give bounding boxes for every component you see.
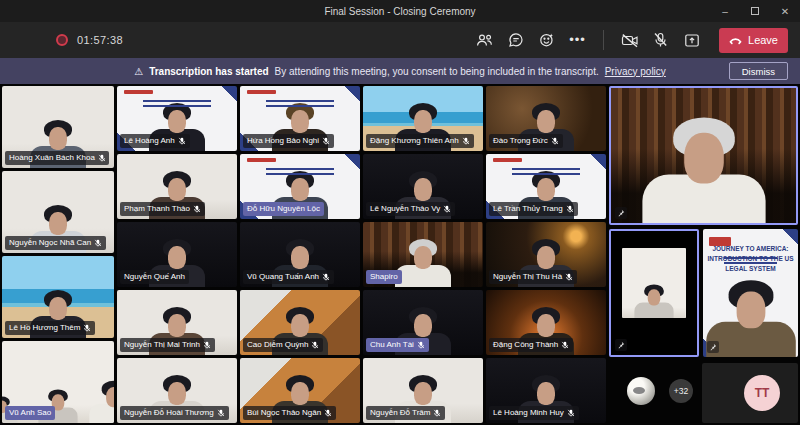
hang-up-icon (729, 36, 742, 45)
mic-muted-icon (322, 273, 330, 281)
participant-tile[interactable]: Lê Hồ Hương Thêm (2, 256, 114, 338)
more-participants-badge[interactable]: +32 (669, 379, 693, 403)
participant-name: Nguyễn Quế Anh (124, 273, 185, 281)
mic-off-icon (653, 32, 668, 48)
participant-name: Phạm Thanh Thảo (124, 205, 190, 213)
camera-off-icon (621, 33, 639, 48)
participant-name: Đỗ Hữu Nguyên Lộc (247, 205, 320, 213)
participant-tile[interactable]: JOURNEY TO AMERICA: INTRODUCTION TO THE … (703, 229, 798, 357)
participant-grid-main: Lê Hoàng Anh Hứa Hồng Bảo Nghi Đặng Khươ… (117, 86, 606, 423)
participant-tile[interactable]: Lê Hoàng Anh (117, 86, 237, 151)
mic-muted-icon (462, 137, 470, 145)
mic-muted-icon (322, 137, 330, 145)
maximize-button[interactable] (740, 0, 770, 22)
overflow-strip: +32 TT (609, 361, 798, 423)
participant-name: Chu Anh Tài (370, 341, 414, 349)
participant-tile[interactable]: Phạm Thanh Thảo (117, 154, 237, 219)
participant-name: Bùi Ngọc Thảo Ngân (247, 409, 321, 417)
participant-tile[interactable]: Nguyễn Ngọc Nhã Can (2, 171, 114, 253)
participant-tile[interactable]: Đặng Khương Thiên Anh (363, 86, 483, 151)
pinned-tiles-row: JOURNEY TO AMERICA: INTRODUCTION TO THE … (609, 229, 798, 357)
participant-tile[interactable]: Nguyễn Đỗ Hoài Thương (117, 358, 237, 423)
mic-muted-icon (83, 324, 91, 332)
close-button[interactable]: ✕ (770, 0, 800, 22)
participant-tile[interactable]: Nguyễn Đỗ Trâm (363, 358, 483, 423)
mic-toggle-button[interactable] (647, 27, 674, 53)
participant-tile[interactable]: Chu Anh Tài (363, 290, 483, 355)
participant-name: Đặng Khương Thiên Anh (370, 137, 459, 145)
spotlight-pin-icon (615, 339, 627, 351)
participant-tile[interactable]: Đỗ Hữu Nguyên Lộc (240, 154, 360, 219)
banner-message: By attending this meeting, you consent t… (275, 66, 599, 77)
self-avatar[interactable]: TT (744, 375, 780, 411)
participant-silhouette (638, 122, 770, 223)
share-screen-icon (684, 33, 700, 48)
participant-silhouette (89, 383, 114, 423)
participant-tile[interactable]: Đào Trọng Đức (486, 86, 606, 151)
mic-muted-icon (565, 273, 573, 281)
participant-tile[interactable]: Vũ Anh Sao (2, 341, 114, 423)
mic-muted-icon (311, 341, 319, 349)
participant-tile[interactable]: Shapiro (363, 222, 483, 287)
participant-silhouette (393, 241, 453, 287)
participant-tile[interactable]: Bùi Ngọc Thảo Ngân (240, 358, 360, 423)
participant-tile[interactable]: Hứa Hồng Bảo Nghi (240, 86, 360, 151)
participant-name-label: Lê Hoàng Anh (120, 134, 190, 148)
participant-tile[interactable]: Nguyễn Thị Thu Hà (486, 222, 606, 287)
participant-tile[interactable] (609, 229, 699, 357)
spotlight-pin-icon (615, 207, 627, 219)
toolbar-divider (603, 30, 604, 50)
participant-group-silhouettes (622, 248, 686, 317)
camera-toggle-button[interactable] (616, 27, 643, 53)
participant-name-label: Nguyễn Ngọc Nhã Can (5, 236, 106, 250)
more-icon: ••• (569, 27, 586, 53)
mic-muted-icon (551, 137, 559, 145)
participant-name-label: Vũ Anh Sao (5, 406, 55, 420)
participant-name: Hoàng Xuân Bách Khoa (9, 154, 95, 162)
mic-muted-icon (98, 154, 106, 162)
participant-tile[interactable]: Nguyễn Thị Mai Trinh (117, 290, 237, 355)
participant-name: Lê Hoàng Minh Huy (493, 409, 564, 417)
reactions-button[interactable] (533, 27, 560, 53)
participant-grid-column-1: Hoàng Xuân Bách Khoa Nguyễn Ngọc Nhã Can… (2, 86, 114, 423)
participant-tile[interactable]: Lê Trần Thủy Trang (486, 154, 606, 219)
participant-tile[interactable]: Đặng Công Thành (486, 290, 606, 355)
mic-muted-icon (566, 205, 574, 213)
banner-title: Transcription has started (149, 66, 268, 77)
mic-muted-icon (561, 341, 569, 349)
dismiss-button[interactable]: Dismiss (729, 62, 788, 80)
participant-avatar[interactable] (627, 377, 655, 405)
chat-icon (508, 32, 524, 48)
minimize-button[interactable]: – (710, 0, 740, 22)
participant-tile[interactable]: Vũ Quang Tuấn Anh (240, 222, 360, 287)
show-chat-button[interactable] (502, 27, 529, 53)
participant-tile[interactable]: Cao Diễm Quỳnh (240, 290, 360, 355)
mic-muted-icon (324, 409, 332, 417)
show-participants-button[interactable] (471, 27, 498, 53)
participant-name: Nguyễn Đỗ Hoài Thương (124, 409, 214, 417)
window-titlebar: Final Session - Closing Ceremony – ✕ (0, 0, 800, 22)
inset-video-frame (622, 248, 686, 317)
privacy-policy-link[interactable]: Privacy policy (605, 66, 666, 77)
window-title: Final Session - Closing Ceremony (324, 6, 475, 17)
warning-icon: ⚠ (134, 66, 143, 77)
participant-name: Lê Hoàng Anh (124, 137, 175, 145)
participant-tile[interactable]: Hoàng Xuân Bách Khoa (2, 86, 114, 168)
participant-name-label: Đào Trọng Đức (489, 134, 563, 148)
participant-name-label: Đặng Công Thành (489, 338, 573, 352)
participant-name: Nguyễn Ngọc Nhã Can (9, 239, 91, 247)
share-screen-button[interactable] (678, 27, 705, 53)
participant-name: Vũ Quang Tuấn Anh (247, 273, 319, 281)
mic-muted-icon (217, 409, 225, 417)
participant-name: Đào Trọng Đức (493, 137, 548, 145)
participant-tile[interactable]: Nguyễn Quế Anh (117, 222, 237, 287)
mic-muted-icon (94, 239, 102, 247)
participant-tile[interactable]: Lê Nguyễn Thảo Vy (363, 154, 483, 219)
reactions-icon (539, 32, 555, 48)
leave-button[interactable]: Leave (719, 28, 788, 53)
more-actions-button[interactable]: ••• (564, 27, 591, 53)
participant-tile[interactable]: Lê Hoàng Minh Huy (486, 358, 606, 423)
participant-name-label: Lê Hồ Hương Thêm (5, 321, 95, 335)
participant-tile[interactable] (609, 86, 798, 225)
participant-name-label: Phạm Thanh Thảo (120, 202, 205, 216)
